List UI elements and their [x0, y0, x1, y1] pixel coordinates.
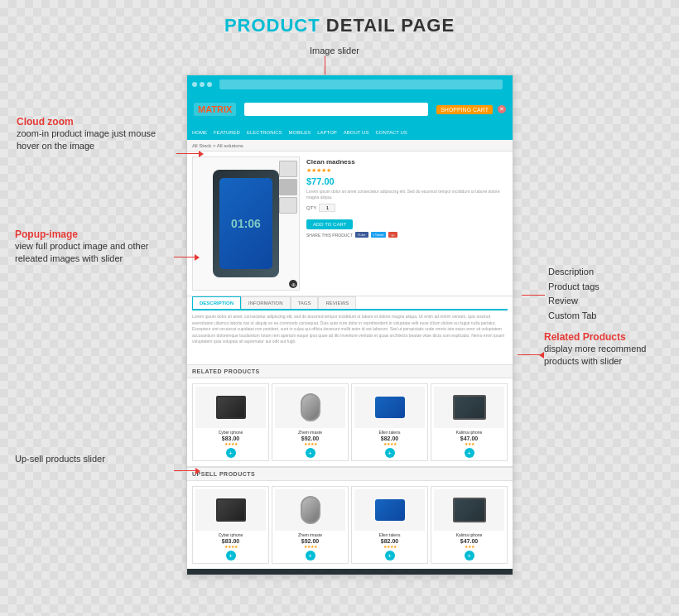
page-wrapper: PRODUCT DETAIL PAGE Image slider MATRIX	[0, 0, 679, 616]
add-related-1[interactable]: +	[226, 448, 236, 458]
browser-dot-3	[207, 82, 212, 87]
store-close-btn[interactable]: ✕	[498, 105, 506, 113]
gplus-share[interactable]: g+	[388, 232, 397, 238]
upsell-card-price-1: $83.00	[195, 538, 266, 544]
upsell-annotation: Up-sell products slider	[15, 453, 168, 465]
add-related-4[interactable]: +	[465, 448, 474, 458]
nav-home[interactable]: HOME	[192, 130, 207, 135]
tab-description[interactable]: DESCRIPTION	[192, 296, 241, 309]
store-search-bar[interactable]	[244, 103, 428, 116]
product-main-image: 01:06	[213, 170, 279, 277]
product-card-name-4: Kalima iphone	[434, 430, 504, 435]
product-stars: ★★★★★	[306, 167, 506, 174]
product-card-name-3: Ellen talens	[354, 430, 425, 435]
upsell-products-grid: Cyber iphone $83.00 ★★★★ + Zhem imaste $…	[187, 481, 513, 569]
nav-electronics[interactable]: ELECTRONICS	[247, 130, 282, 135]
product-card-img-4	[434, 387, 504, 428]
content-layer: PRODUCT DETAIL PAGE Image slider MATRIX	[0, 0, 679, 616]
popup-image-annotation: Popup-image view full product image and …	[15, 229, 172, 266]
zoom-icon[interactable]: ⊕	[289, 280, 297, 288]
related-products-grid: Cyber iphone $83.00 ★★★★ + Zhem imaste $…	[187, 378, 513, 466]
upsell-card-stars-2: ★★★★	[275, 544, 345, 549]
footer-col-2: CONTACT Emailbgleach@Phone+000.000.000Ad…	[272, 574, 348, 575]
tabs-section: DESCRIPTION INFORMATION TAGS REVIEWS Lor…	[187, 296, 513, 364]
add-related-3[interactable]: +	[385, 448, 395, 458]
related-products-annotation: Related Products display more recommend …	[544, 331, 664, 368]
product-card-price-1: $83.00	[195, 436, 266, 441]
description-annotation: Description Product tags Review Custom T…	[548, 265, 664, 323]
add-to-cart-button[interactable]: ADD TO CART	[306, 219, 353, 229]
upsell-connector-arrow	[195, 468, 200, 474]
store-cart[interactable]: SHOPPING CART	[436, 105, 493, 114]
upsell-product-4: Kalima iphone $47.00 ★★★ +	[431, 486, 508, 564]
nav-laptop[interactable]: LAPTOP	[317, 130, 337, 135]
add-upsell-2[interactable]: +	[306, 551, 315, 561]
nav-about[interactable]: ABOUT US	[344, 130, 369, 135]
upsell-card-price-3: $82.00	[354, 538, 425, 544]
footer-col-1: MATRIX Lorem ipsum dolor sit amet consec…	[192, 574, 267, 575]
add-upsell-3[interactable]: +	[385, 551, 395, 561]
upsell-ipad-icon	[216, 498, 246, 522]
related-product-3: Ellen talens $82.00 ★★★★ +	[351, 383, 428, 461]
tab-reviews[interactable]: REVIEWS	[318, 296, 356, 309]
upsell-title: UPSELL PRODUCTS	[187, 467, 513, 481]
nav-featured[interactable]: FEATURED	[214, 130, 240, 135]
nav-contact[interactable]: CONTACT US	[375, 130, 407, 135]
upsell-iron-icon	[375, 499, 405, 521]
upsell-product-3: Ellen talens $82.00 ★★★★ +	[351, 486, 428, 564]
upsell-card-img-2	[275, 489, 345, 531]
product-card-stars-3: ★★★★	[354, 441, 425, 446]
store-logo: MATRIX	[194, 103, 236, 116]
add-upsell-1[interactable]: +	[226, 551, 236, 561]
product-thumb-2[interactable]	[279, 179, 297, 195]
product-thumb-1[interactable]	[279, 161, 297, 177]
add-related-2[interactable]: +	[306, 448, 315, 458]
upsell-card-name-4: Kalima iphone	[434, 532, 504, 537]
related-product-4: Kalima iphone $47.00 ★★★ +	[431, 383, 508, 461]
footer-col-3: INFORMATION About usDeliveryContact UsIn…	[353, 574, 428, 575]
share-label: SHARE THIS PRODUCT	[306, 233, 353, 238]
upsell-product-1: Cyber iphone $83.00 ★★★★ +	[192, 486, 269, 564]
cloud-zoom-annotation: Cloud zoom zoom-in product image just mo…	[17, 116, 174, 153]
browser-dot-2	[200, 82, 205, 87]
qty-input[interactable]: 1	[319, 204, 335, 212]
related-connector-arrow	[539, 352, 544, 359]
facebook-share[interactable]: f Like	[355, 232, 368, 238]
upsell-card-stars-1: ★★★★	[195, 544, 266, 549]
product-tabs-nav: DESCRIPTION INFORMATION TAGS REVIEWS	[192, 296, 508, 310]
add-upsell-4[interactable]: +	[465, 551, 474, 561]
product-phone-screen: 01:06	[219, 178, 272, 269]
tablet-icon	[453, 395, 486, 420]
store-navigation: HOME FEATURED ELECTRONICS MOBILES LAPTOP…	[187, 125, 513, 140]
product-card-stars-4: ★★★	[434, 441, 504, 446]
watch-icon	[301, 393, 320, 421]
product-card-price-2: $92.00	[275, 436, 345, 441]
desc-annotation-text: Description Product tags Review Custom T…	[548, 265, 664, 323]
upsell-section: UPSELL PRODUCTS Cyber iphone $83.00 ★★★★…	[187, 466, 513, 569]
upsell-label: Up-sell products slider	[15, 453, 168, 465]
upsell-card-name-1: Cyber iphone	[195, 532, 266, 537]
upsell-card-img-3	[354, 489, 425, 531]
tab-content: Lorem ipsum dolor sit amet, consectetur …	[192, 310, 508, 364]
footer-contact-title: CONTACT	[272, 574, 348, 575]
page-title-highlight: PRODUCT	[224, 15, 320, 36]
related-product-1: Cyber iphone $83.00 ★★★★ +	[192, 383, 269, 461]
product-card-price-3: $82.00	[354, 436, 425, 441]
related-label: Related Products	[544, 331, 664, 343]
product-card-stars-2: ★★★★	[275, 441, 345, 446]
footer-logo: MATRIX	[192, 574, 267, 575]
related-product-2: Zhem imaste $92.00 ★★★★ +	[272, 383, 349, 461]
tab-information[interactable]: INFORMATION	[241, 296, 291, 309]
product-thumb-3[interactable]	[279, 197, 297, 214]
related-products-title: RELATED PRODUCTS	[187, 364, 513, 378]
footer-tags-title: POPULAR TAGS	[432, 574, 508, 575]
image-slider-label: Image slider	[310, 46, 359, 55]
nav-mobiles[interactable]: MOBILES	[289, 130, 311, 135]
product-thumbnails	[279, 161, 297, 214]
cloud-zoom-label: Cloud zoom	[17, 116, 174, 128]
tab-tags[interactable]: TAGS	[291, 296, 319, 309]
share-row: SHARE THIS PRODUCT f Like t Tweet g+	[306, 232, 506, 238]
twitter-share[interactable]: t Tweet	[371, 232, 387, 238]
related-connector-line	[518, 354, 541, 355]
upsell-card-price-2: $92.00	[275, 538, 345, 544]
